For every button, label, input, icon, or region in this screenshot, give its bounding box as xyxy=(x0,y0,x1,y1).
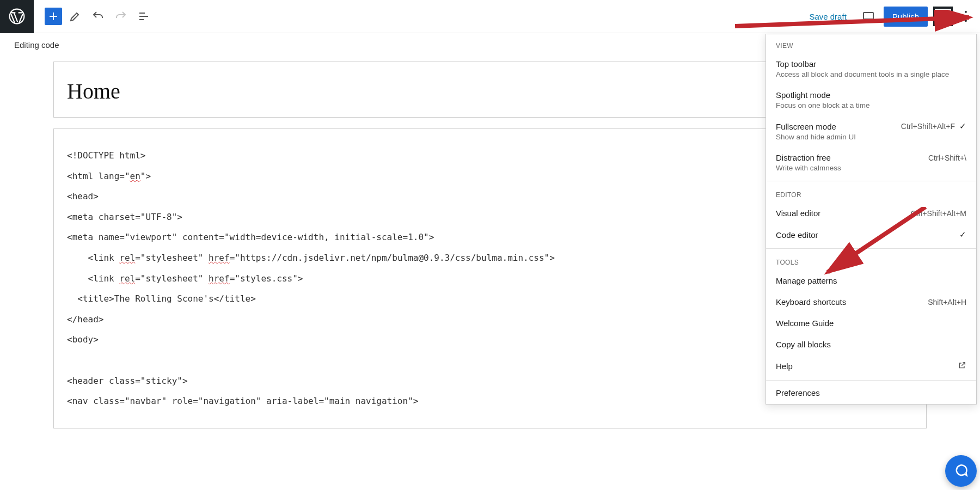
menu-copy-all-blocks[interactable]: Copy all blocks xyxy=(766,334,976,356)
check-icon: ✓ xyxy=(959,230,966,240)
menu-separator xyxy=(766,380,976,381)
menu-welcome-guide[interactable]: Welcome Guide xyxy=(766,313,976,334)
menu-separator xyxy=(766,181,976,181)
annotation-arrow-code-editor xyxy=(817,207,936,283)
chat-bubble-button[interactable] xyxy=(945,455,977,487)
editing-code-label: Editing code xyxy=(14,40,59,50)
undo-button[interactable] xyxy=(88,7,108,26)
document-overview-button[interactable] xyxy=(134,7,154,26)
menu-distraction-free[interactable]: Distraction free Ctrl+Shift+\ Write with… xyxy=(766,148,976,179)
menu-section-view: VIEW xyxy=(766,34,976,54)
add-block-button[interactable] xyxy=(45,8,62,25)
menu-keyboard-shortcuts[interactable]: Keyboard shortcuts Shift+Alt+H xyxy=(766,292,976,313)
menu-section-editor: EDITOR xyxy=(766,183,976,203)
menu-preferences[interactable]: Preferences xyxy=(766,383,976,404)
external-link-icon xyxy=(958,361,966,371)
menu-fullscreen-mode[interactable]: Fullscreen mode Ctrl+Shift+Alt+F ✓ Show … xyxy=(766,116,976,148)
menu-top-toolbar[interactable]: Top toolbar Access all block and documen… xyxy=(766,54,976,85)
wordpress-logo[interactable] xyxy=(0,0,34,33)
menu-spotlight-mode[interactable]: Spotlight mode Focus on one block at a t… xyxy=(766,85,976,116)
svg-line-7 xyxy=(828,207,926,272)
redo-button[interactable] xyxy=(111,7,131,26)
edit-tool-button[interactable] xyxy=(65,7,85,26)
toolbar-left-group xyxy=(34,7,154,26)
menu-help[interactable]: Help xyxy=(766,356,976,378)
annotation-arrow-top xyxy=(735,10,980,37)
check-icon: ✓ xyxy=(959,121,966,131)
svg-line-6 xyxy=(735,17,969,26)
